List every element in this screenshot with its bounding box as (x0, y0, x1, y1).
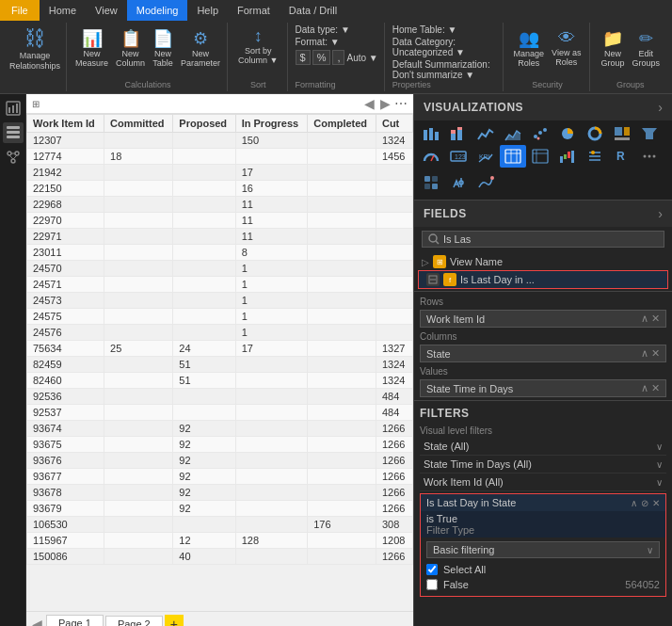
manage-roles-btn[interactable]: 👥 ManageRoles (511, 26, 548, 78)
clustered-bar-icon[interactable] (418, 122, 444, 145)
new-measure-btn[interactable]: 📊 NewMeasure (72, 26, 111, 70)
cell-cut (376, 325, 412, 341)
select-all-row[interactable]: Select All (426, 562, 660, 577)
format-visual-icon[interactable] (445, 169, 472, 196)
area-chart-icon[interactable] (500, 122, 526, 145)
cell-in_progress: 11 (235, 197, 308, 213)
percent-btn[interactable]: % (312, 50, 331, 65)
select-all-checkbox[interactable] (426, 564, 438, 575)
menu-help[interactable]: Help (187, 0, 228, 21)
state-filter-item[interactable]: State (All) ∨ (420, 438, 666, 456)
view-name-item[interactable]: ▷ ⊞ View Name (414, 253, 672, 270)
default-summarization-dropdown[interactable]: Default Summarization: Don't summarize ▼ (392, 59, 497, 80)
menu-file[interactable]: File (0, 0, 40, 21)
stacked-bar-icon[interactable] (445, 122, 472, 145)
is-last-day-remove[interactable]: ✕ (652, 498, 660, 508)
scroll-right[interactable]: ▶ (378, 96, 392, 111)
rows-field-up[interactable]: ∧ (641, 313, 648, 325)
add-page-btn[interactable]: + (165, 615, 184, 627)
new-measure-icon: 📊 (82, 28, 103, 49)
cell-proposed (173, 517, 235, 533)
cell-id: 93679 (27, 501, 104, 517)
false-checkbox-row[interactable]: False 564052 (426, 577, 660, 592)
columns-field-up[interactable]: ∧ (641, 347, 648, 360)
data-type-dropdown[interactable]: Data type: ▼ (296, 24, 378, 35)
menu-bar: File Home View Modeling Help Format Data… (0, 0, 672, 21)
values-field-up[interactable]: ∧ (641, 382, 648, 394)
format-dropdown[interactable]: Format: ▼ (296, 37, 378, 47)
data-category-dropdown[interactable]: Data Category: Uncategorized ▼ (392, 37, 497, 57)
col-work-item-id: Work Item Id (27, 115, 104, 133)
svg-rect-44 (568, 152, 570, 158)
comma-btn[interactable]: , (332, 50, 344, 65)
donut-chart-icon[interactable] (582, 122, 608, 145)
cell-completed (308, 453, 376, 469)
values-field-remove[interactable]: ✕ (651, 382, 660, 394)
table-row: 106530176308 (27, 517, 413, 533)
cell-in_progress: 1 (235, 309, 308, 325)
cell-in_progress: 128 (235, 533, 308, 549)
waterfall-icon[interactable] (554, 145, 581, 168)
menu-data-drill[interactable]: Data / Drill (280, 0, 346, 21)
false-checkbox[interactable] (426, 579, 438, 590)
new-group-btn[interactable]: 📁 NewGroup (598, 26, 627, 78)
cell-completed (308, 341, 376, 357)
fields-search-input[interactable] (443, 233, 658, 245)
scatter-chart-icon[interactable] (527, 122, 553, 145)
page-tab-2[interactable]: Page 2 (105, 616, 163, 627)
work-item-id-filter-item[interactable]: Work Item Id (All) ∨ (420, 474, 666, 491)
new-parameter-btn[interactable]: ⚙ NewParameter (178, 26, 223, 70)
filter-type-dropdown[interactable]: Basic filtering ∨ (426, 541, 660, 558)
slicer-icon[interactable] (582, 145, 608, 168)
menu-modeling[interactable]: Modeling (127, 0, 188, 21)
pie-chart-icon[interactable] (554, 122, 581, 145)
is-last-day-field-item[interactable]: f Is Last Day in ... (418, 270, 668, 289)
home-table-dropdown[interactable]: Home Table: ▼ (392, 24, 497, 35)
columns-field-remove[interactable]: ✕ (651, 347, 660, 360)
kpi-icon[interactable]: KPI (472, 145, 499, 168)
fields-header[interactable]: FIELDS › (414, 201, 672, 227)
is-last-day-collapse[interactable]: ∧ (631, 498, 637, 508)
security-group: 👥 ManageRoles 👁 View asRoles Security (505, 23, 591, 91)
treemap-icon[interactable] (609, 122, 635, 145)
svg-line-11 (9, 155, 13, 159)
menu-view[interactable]: View (86, 0, 127, 21)
gauge-icon[interactable] (418, 145, 444, 168)
menu-home[interactable]: Home (40, 0, 86, 21)
is-last-day-clear[interactable]: ⊘ (641, 498, 648, 508)
r-visual-icon[interactable]: R (609, 145, 635, 168)
nav-model-icon[interactable] (3, 147, 24, 168)
table-viz-icon[interactable] (500, 145, 526, 168)
currency-btn[interactable]: $ (296, 50, 311, 65)
edit-groups-btn[interactable]: ✏ EditGroups (629, 26, 663, 78)
table-expand-icon[interactable]: ⊞ (32, 99, 40, 109)
page-tab-1[interactable]: Page 1 (46, 615, 104, 626)
rows-field-remove[interactable]: ✕ (651, 313, 660, 325)
visualizations-header[interactable]: VISUALIZATIONS › (414, 94, 672, 120)
nav-report-icon[interactable] (3, 98, 24, 119)
analytics-icon[interactable] (472, 169, 499, 196)
new-column-btn[interactable]: 📋 NewColumn (113, 26, 148, 70)
nav-data-icon[interactable] (3, 122, 24, 143)
build-visual-icon[interactable] (418, 169, 444, 196)
more-visuals-icon[interactable] (636, 145, 663, 168)
data-table-container[interactable]: Work Item Id Committed Proposed In Progr… (26, 114, 413, 611)
cell-id: 23011 (27, 245, 104, 261)
menu-format[interactable]: Format (228, 0, 280, 21)
svg-rect-35 (505, 150, 520, 163)
page-scroll-left[interactable]: ◀ (30, 617, 44, 627)
manage-relationships-btn[interactable]: ⛓ ManageRelationships (4, 23, 67, 91)
funnel-icon[interactable] (636, 122, 663, 145)
is-last-day-filter-header[interactable]: Is Last Day in State ∧ ⊘ ✕ (421, 494, 665, 511)
cell-in_progress (235, 373, 308, 389)
state-time-filter-item[interactable]: State Time in Days (All) ∨ (420, 456, 666, 474)
more-options-btn[interactable]: ⋯ (394, 96, 408, 111)
card-icon[interactable]: 123 (445, 145, 472, 168)
line-chart-icon[interactable] (472, 122, 499, 145)
matrix-icon[interactable] (527, 145, 553, 168)
scroll-left[interactable]: ◀ (362, 96, 376, 111)
view-as-roles-btn[interactable]: 👁 View asRoles (549, 26, 584, 78)
new-table-btn[interactable]: 📄 NewTable (150, 26, 176, 70)
fields-search-box[interactable] (422, 231, 664, 248)
sort-by-column-btn[interactable]: ↕ Sort byColumn ▼ (235, 24, 280, 78)
